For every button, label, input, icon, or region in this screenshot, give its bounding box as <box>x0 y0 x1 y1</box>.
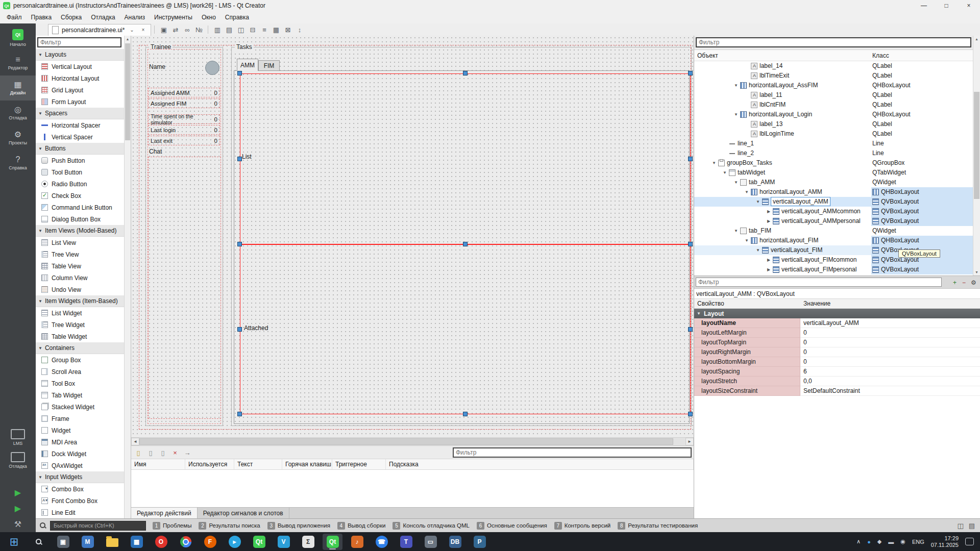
widgetbox-item[interactable]: Form Layout <box>36 96 124 108</box>
mode-design[interactable]: ▦Дизайн <box>0 76 36 101</box>
object-class-cell[interactable]: Line <box>871 139 973 148</box>
add-property-icon[interactable]: + <box>950 278 959 287</box>
widgetbox-scrollbar[interactable]: ▲ <box>124 36 131 518</box>
canvas-horizontal-scrollbar[interactable]: ◄ ► <box>131 437 694 445</box>
expander-icon[interactable]: ▼ <box>744 187 750 197</box>
tray-network-icon[interactable]: ▬ <box>888 539 894 545</box>
output-pane-8[interactable]: 8Результаты тестирования <box>615 520 701 531</box>
tray-volume-icon[interactable]: ◉ <box>900 538 905 545</box>
widgetbox-item[interactable]: Tree View <box>36 248 124 260</box>
taskbar-app-media[interactable]: ♪ <box>347 534 367 550</box>
widgetbox-item[interactable]: Table View <box>36 260 124 272</box>
taskbar-start[interactable]: ⊞ <box>4 534 24 550</box>
scrollbar-thumb[interactable] <box>974 92 979 199</box>
widgetbox-item[interactable]: Dock Widget <box>36 448 124 460</box>
widgetbox-item[interactable]: Group Box <box>36 354 124 366</box>
tray-shield-icon[interactable]: ◆ <box>877 538 881 545</box>
object-class-cell[interactable]: QTabWidget <box>871 168 973 178</box>
selection-rectangle-list[interactable] <box>240 73 691 244</box>
widgetbox-item[interactable]: QAxWidget <box>36 460 124 471</box>
resize-handle[interactable] <box>463 71 468 76</box>
expander-icon[interactable]: ▼ <box>755 197 761 207</box>
object-row-tab_FIM[interactable]: ▼tab_FIMQWidget <box>694 226 973 236</box>
widgetbox-item[interactable]: Radio Button <box>36 178 124 190</box>
object-class-cell[interactable]: QLabel <box>871 100 973 110</box>
expander-icon[interactable]: ▼ <box>733 110 739 119</box>
action-filter-input[interactable] <box>453 447 692 458</box>
remove-property-icon[interactable]: − <box>960 278 968 287</box>
expander-icon[interactable]: ▼ <box>711 158 717 168</box>
menu-item-1[interactable]: Правка <box>27 12 57 22</box>
widgetbox-item[interactable]: Font Combo Box <box>36 495 124 507</box>
object-class-cell[interactable]: QHBoxLayout <box>871 187 973 197</box>
selection-rectangle-attached[interactable] <box>240 244 691 414</box>
layout-vertically-icon[interactable]: ▤ <box>223 24 235 35</box>
widgetbox-item[interactable]: Check Box <box>36 190 124 202</box>
form-canvas[interactable]: Trainee Name Assigned AMM 0 Assigned FIM… <box>131 36 694 437</box>
expander-icon[interactable]: ▼ <box>744 236 750 245</box>
object-row-horizontalLayout_AssFIM[interactable]: ▼horizontalLayout_AssFIMQHBoxLayout <box>694 81 973 90</box>
taskbar-app-office[interactable]: ▦ <box>127 534 146 550</box>
object-row-label_13[interactable]: label_13QLabel <box>694 119 973 129</box>
property-value[interactable]: 0 <box>800 347 980 357</box>
taskbar-app-db[interactable]: DB <box>445 534 465 550</box>
edit-buddies-icon[interactable]: ∞ <box>181 24 193 35</box>
expander-icon[interactable]: ▶ <box>766 255 772 265</box>
widgetbox-category-3[interactable]: ▼Item Views (Model-Based) <box>36 225 124 237</box>
property-value[interactable]: 0 <box>800 357 980 367</box>
build-button[interactable]: ⚒ <box>0 516 36 532</box>
close-button[interactable]: × <box>958 0 980 11</box>
tab-fim[interactable]: FIM <box>258 60 280 71</box>
property-value[interactable]: 0,0 <box>800 377 980 386</box>
resize-handle[interactable] <box>688 242 693 246</box>
widgetbox-item[interactable]: Scroll Area <box>36 366 124 378</box>
taskbar-app-mail[interactable]: M <box>78 534 97 550</box>
widgetbox-category-4[interactable]: ▼Item Widgets (Item-Based) <box>36 295 124 307</box>
navigate-action-icon[interactable]: → <box>182 447 192 458</box>
chat-list-widget[interactable] <box>148 157 221 419</box>
taskbar-opera[interactable]: O <box>151 534 171 550</box>
taskbar-search[interactable] <box>29 534 48 550</box>
object-class-cell[interactable]: QHBoxLayout <box>871 110 973 119</box>
object-class-cell[interactable]: QWidget <box>871 226 973 236</box>
widgetbox-item[interactable]: Widget <box>36 424 124 436</box>
widgetbox-item[interactable]: Tree Widget <box>36 319 124 331</box>
maximize-button[interactable]: □ <box>935 0 958 11</box>
property-filter-input[interactable] <box>696 278 942 287</box>
tray-bluetooth-icon[interactable]: ● <box>867 539 871 545</box>
minimize-button[interactable]: — <box>913 0 935 11</box>
expander-icon[interactable]: ▶ <box>766 265 772 274</box>
bottom-tab-0[interactable]: Редактор действий <box>131 508 198 518</box>
menu-item-3[interactable]: Отладка <box>86 12 119 22</box>
scroll-down-icon[interactable]: ▼ <box>973 269 980 276</box>
widgetbox-item[interactable]: Push Button <box>36 155 124 166</box>
widgetbox-category-1[interactable]: ▼Spacers <box>36 108 124 119</box>
scroll-left-icon[interactable]: ◄ <box>131 438 139 445</box>
adjust-size-icon[interactable]: ↕ <box>293 24 305 35</box>
widgetbox-item[interactable]: Vertical Spacer <box>36 131 124 143</box>
object-class-cell[interactable]: QHBoxLayout <box>871 81 973 90</box>
action-table-body[interactable] <box>131 470 694 507</box>
mode-debug[interactable]: ◎Отладка <box>0 101 36 126</box>
sidebar-toggle-icon[interactable]: ◫ <box>957 522 963 530</box>
object-row-line_1[interactable]: line_1Line <box>694 139 973 148</box>
object-row-horizontalLayout_FIM[interactable]: ▼horizontalLayout_FIMQHBoxLayout <box>694 236 973 245</box>
widgetbox-category-2[interactable]: ▼Buttons <box>36 143 124 155</box>
edit-widgets-icon[interactable]: ▣ <box>158 24 169 35</box>
output-panes-icon[interactable]: ▤ <box>969 522 975 530</box>
resize-handle[interactable] <box>688 412 693 416</box>
property-value[interactable]: verticalLayout_AMM <box>800 318 980 328</box>
object-inspector-filter-input[interactable] <box>696 37 971 47</box>
widgetbox-item[interactable]: MDI Area <box>36 436 124 448</box>
taskbar-clock[interactable]: 17:29 07.11.2025 <box>931 535 959 548</box>
object-class-cell[interactable]: QLabel <box>871 129 973 139</box>
object-row-groupBox_Tasks[interactable]: ▼groupBox_TasksQGroupBox <box>694 158 973 168</box>
object-class-cell[interactable]: QVBoxLayout <box>871 216 973 226</box>
object-class-cell[interactable]: QLabel <box>871 61 973 71</box>
property-value[interactable]: 0 <box>800 328 980 338</box>
output-pane-5[interactable]: 5Консоль отладчика QML <box>389 520 473 531</box>
locator-search-input[interactable] <box>50 521 146 531</box>
output-pane-7[interactable]: 7Контроль версий <box>551 520 614 531</box>
object-row-label_11[interactable]: label_11QLabel <box>694 90 973 100</box>
copy-action-icon[interactable]: ▯ <box>158 447 168 458</box>
